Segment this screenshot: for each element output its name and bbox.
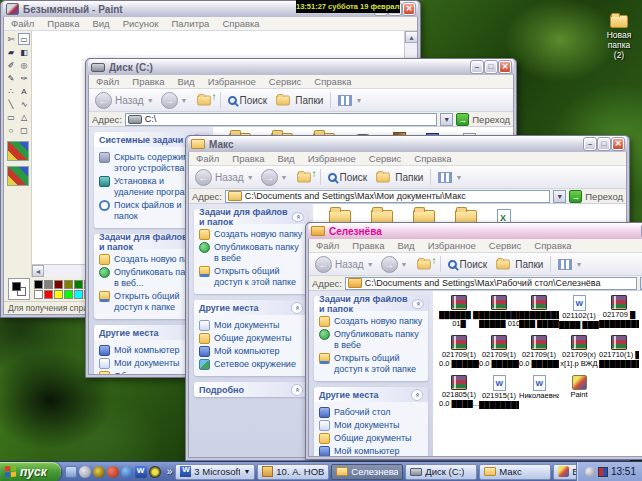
polygon-tool[interactable]: △ bbox=[18, 111, 30, 123]
address-dropdown[interactable]: ▼ bbox=[440, 113, 453, 126]
up-button[interactable] bbox=[193, 94, 215, 107]
folders-button[interactable]: Папки bbox=[372, 171, 425, 184]
color-swatch[interactable] bbox=[74, 280, 83, 289]
menu-item[interactable]: Палитра bbox=[171, 18, 209, 29]
taskbar-button[interactable]: Диск (C:) bbox=[405, 464, 477, 480]
maximize-button[interactable] bbox=[485, 61, 497, 73]
tray-clock[interactable]: 13:51 bbox=[611, 466, 636, 477]
taskbar-button[interactable]: Безымянный - ... bbox=[553, 464, 576, 480]
back-button[interactable]: ←Назад▼ bbox=[313, 256, 376, 273]
tool-options-box[interactable] bbox=[7, 166, 29, 186]
quick-launch-media-gray-icon[interactable] bbox=[79, 466, 91, 478]
folders-button[interactable]: Папки bbox=[272, 94, 325, 107]
close-button[interactable] bbox=[499, 61, 511, 73]
file-item[interactable]: 021709(1)0.0 ██████... bbox=[479, 333, 519, 373]
menu-item[interactable]: Избранное bbox=[208, 76, 256, 87]
menu-item[interactable]: Сервис bbox=[269, 76, 302, 87]
color-swatch[interactable] bbox=[44, 280, 53, 289]
go-button[interactable]: →Переход bbox=[569, 190, 623, 203]
color-swatch[interactable] bbox=[34, 290, 43, 299]
desktop-icon-new-folder[interactable]: Новая папка (2) bbox=[598, 15, 640, 60]
menu-item[interactable]: Справка bbox=[314, 76, 351, 87]
color-swatch[interactable] bbox=[54, 280, 63, 289]
color-swatch[interactable] bbox=[44, 290, 53, 299]
scroll-left-icon[interactable]: ◄ bbox=[32, 265, 44, 277]
quick-launch-app-dark-icon[interactable] bbox=[149, 466, 161, 478]
menu-item[interactable]: Файл bbox=[11, 18, 34, 29]
select-tool[interactable]: ▭ bbox=[18, 33, 30, 45]
file-item[interactable]: 021805(1)0.0 ████... bbox=[439, 373, 479, 413]
task-link[interactable]: Опубликовать папку в вебе bbox=[199, 242, 305, 264]
close-button[interactable] bbox=[403, 3, 415, 15]
start-button[interactable]: пуск bbox=[0, 462, 61, 481]
forward-button[interactable]: →▼ bbox=[259, 169, 290, 186]
up-button[interactable] bbox=[293, 171, 315, 184]
menu-item[interactable]: Избранное bbox=[428, 240, 476, 251]
back-button[interactable]: ←Назад▼ bbox=[93, 92, 156, 109]
airbrush-tool[interactable]: ∴ bbox=[5, 85, 17, 97]
menu-item[interactable]: Сервис bbox=[369, 153, 402, 164]
task-link[interactable]: Общие документы bbox=[319, 433, 425, 444]
file-list-area[interactable]: ██████ █████01██████████████ 010████████… bbox=[433, 291, 642, 456]
menu-item[interactable]: Справка bbox=[414, 153, 451, 164]
line-tool[interactable]: ╲ bbox=[5, 98, 17, 110]
menu-item[interactable]: Справка bbox=[222, 18, 259, 29]
current-colors[interactable] bbox=[8, 278, 30, 300]
quick-launch-app-red-icon[interactable] bbox=[107, 466, 119, 478]
file-item[interactable]: 021709 ██████████ bbox=[599, 293, 639, 333]
file-item[interactable]: █████████████ ██████ █... bbox=[519, 293, 559, 333]
file-item[interactable]: 021710(1) ██████████ bbox=[599, 333, 639, 373]
eraser-tool[interactable]: ▰ bbox=[5, 46, 17, 58]
color-swatch[interactable] bbox=[34, 280, 43, 289]
menu-item[interactable]: Файл bbox=[316, 240, 339, 251]
pane-header[interactable]: Задачи для файлов и папок« bbox=[194, 209, 308, 224]
rectangle-tool[interactable]: ▭ bbox=[5, 111, 17, 123]
quick-launch-word-icon[interactable] bbox=[135, 466, 147, 478]
color-swatch[interactable] bbox=[64, 280, 73, 289]
task-link[interactable]: Мои документы bbox=[319, 420, 425, 431]
search-button[interactable]: Поиск bbox=[326, 172, 370, 183]
pane-header[interactable]: Другие места« bbox=[314, 387, 428, 402]
color-swatch[interactable] bbox=[64, 290, 73, 299]
file-item[interactable]: 021709(1)0.0 ████████ bbox=[439, 333, 479, 373]
menu-item[interactable]: Правка bbox=[132, 76, 164, 87]
menu-item[interactable]: Вид bbox=[92, 18, 109, 29]
menu-item[interactable]: Вид bbox=[277, 153, 294, 164]
rounded-rectangle-tool[interactable]: ▢ bbox=[18, 124, 30, 136]
menu-item[interactable]: Правка bbox=[352, 240, 384, 251]
file-item[interactable]: 021915(1)██████████ bbox=[479, 373, 519, 413]
task-link[interactable]: Сетевое окружение bbox=[199, 359, 305, 370]
up-button[interactable] bbox=[413, 258, 435, 271]
task-link[interactable]: Открыть общий доступ к этой папке bbox=[319, 353, 425, 375]
search-button[interactable]: Поиск bbox=[446, 259, 490, 270]
selezneva-titlebar[interactable]: Селезнёва bbox=[308, 223, 642, 239]
maks-titlebar[interactable]: Макс bbox=[188, 136, 627, 152]
chevron-up-icon[interactable]: « bbox=[411, 389, 423, 401]
taskbar-button[interactable]: 3 Microsoft ...▼ bbox=[175, 464, 255, 480]
task-link[interactable]: Мой компьютер bbox=[199, 346, 305, 357]
file-item[interactable]: Paint bbox=[559, 373, 599, 413]
minimize-button[interactable] bbox=[471, 61, 483, 73]
menu-item[interactable]: Файл bbox=[196, 153, 219, 164]
address-dropdown[interactable]: ▼ bbox=[553, 190, 566, 203]
color-swatch[interactable] bbox=[54, 290, 63, 299]
disk-titlebar[interactable]: Диск (C:) bbox=[88, 59, 514, 75]
quick-launch-app-yellow-icon[interactable] bbox=[93, 466, 105, 478]
task-link[interactable]: Мой компьютер bbox=[319, 446, 425, 456]
menu-item[interactable]: Вид bbox=[177, 76, 194, 87]
menu-item[interactable]: Правка bbox=[232, 153, 264, 164]
maximize-button[interactable] bbox=[598, 138, 610, 150]
fill-tool[interactable]: ◧ bbox=[18, 46, 30, 58]
folders-button[interactable]: Папки bbox=[492, 258, 545, 271]
curve-tool[interactable]: ∿ bbox=[18, 98, 30, 110]
file-item[interactable]: 021102(1)████ ███████ bbox=[559, 293, 599, 333]
address-input[interactable]: C:\ bbox=[125, 113, 437, 126]
taskbar-button[interactable]: Макс bbox=[479, 464, 551, 480]
taskbar-button[interactable]: 10. А. НОВИК... bbox=[257, 464, 329, 480]
back-button[interactable]: ←Назад▼ bbox=[193, 169, 256, 186]
pane-header[interactable]: Задачи для файлов и папок« bbox=[314, 296, 428, 311]
scroll-up-icon[interactable]: ▲ bbox=[405, 31, 417, 43]
chevron-up-icon[interactable]: « bbox=[412, 299, 424, 309]
tray-volume-icon[interactable] bbox=[585, 467, 595, 477]
views-button[interactable]: ▼ bbox=[436, 172, 464, 183]
